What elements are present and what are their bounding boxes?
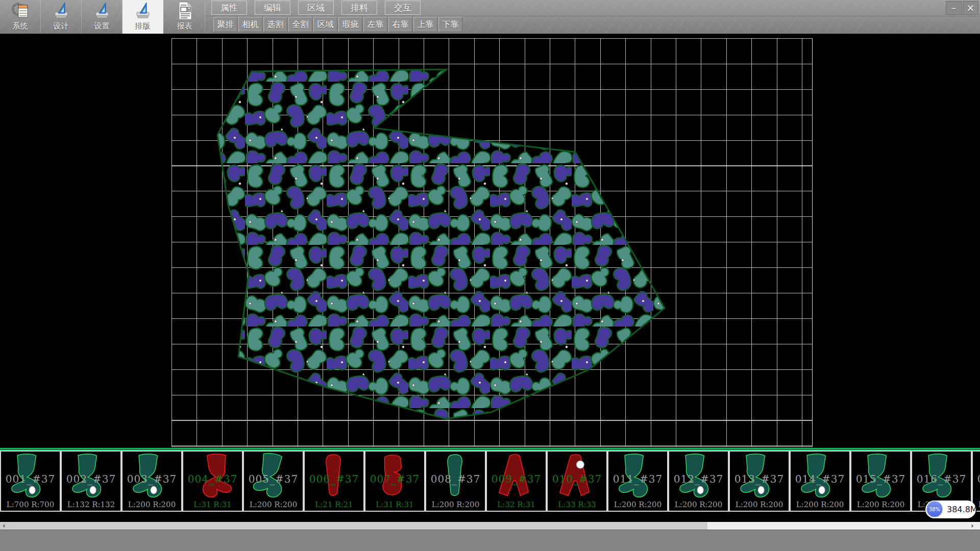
piece-hole bbox=[151, 486, 157, 494]
piece-id-label: 001_#37 bbox=[1, 473, 60, 485]
piece-lr-label: L:200 R:200 bbox=[244, 500, 303, 509]
btn-snap-left[interactable]: 左靠 bbox=[363, 17, 387, 32]
piece-lr-label: L:700 R:700 bbox=[1, 500, 60, 509]
nesting-ruler-icon bbox=[133, 1, 153, 20]
ribbon-button-bar: 聚排 相机 选割 全割 区域 瑕疵 左靠 右靠 上靠 下靠 bbox=[213, 17, 462, 33]
piece-lr-label: L:31 R:31 bbox=[365, 500, 424, 509]
piece-id-label: 005_#37 bbox=[244, 473, 303, 485]
piece-lr-label: L:200 R:200 bbox=[122, 500, 181, 509]
piece-lr-label: L:132 R:132 bbox=[62, 500, 120, 509]
piece-id-label: 017_#37 bbox=[973, 473, 980, 485]
thumb-cell-008_#37[interactable]: 008_#37 L:200 R:200 bbox=[425, 450, 486, 512]
tool-report-button[interactable]: 报表 bbox=[164, 0, 205, 34]
thumb-cell-006_#37[interactable]: 006_#37 L:21 R:21 bbox=[304, 450, 364, 512]
piece-lr-label: L:200 R:200 bbox=[730, 500, 789, 509]
nesting-app-window: 系统 设计 设置 bbox=[0, 0, 980, 551]
piece-id-label: 007_#37 bbox=[365, 473, 424, 485]
piece-id-label: 004_#37 bbox=[183, 473, 242, 485]
piece-id-label: 013_#37 bbox=[730, 473, 789, 485]
btn-snap-bottom[interactable]: 下靠 bbox=[438, 17, 462, 32]
tab-region[interactable]: 区域 bbox=[298, 1, 334, 15]
thumb-cell-009_#37[interactable]: 009_#37 L:32 R:31 bbox=[486, 450, 547, 512]
tool-report-label: 报表 bbox=[177, 20, 192, 32]
thumb-cell-013_#37[interactable]: 013_#37 L:200 R:200 bbox=[729, 450, 790, 512]
piece-id-label: 011_#37 bbox=[608, 473, 667, 485]
piece-id-label: 009_#37 bbox=[487, 473, 546, 485]
memory-percent-circle: 38% bbox=[926, 501, 943, 517]
tab-edit[interactable]: 编辑 bbox=[255, 1, 290, 15]
leather-hide-outline[interactable] bbox=[217, 69, 665, 419]
piece-id-label: 002_#37 bbox=[62, 473, 120, 485]
minimize-button[interactable]: – bbox=[946, 1, 962, 15]
piece-hole bbox=[758, 486, 764, 494]
btn-cut-all[interactable]: 全割 bbox=[288, 17, 312, 32]
settings-ruler-icon bbox=[92, 1, 112, 20]
piece-thumbnail-strip: 001_#37 L:700 R:700 002_#37 L:132 R:132 … bbox=[0, 448, 980, 522]
btn-cluster-nest[interactable]: 聚排 bbox=[213, 17, 237, 32]
horizontal-scrollbar[interactable]: ‹ › bbox=[0, 522, 980, 530]
thumb-cell-003_#37[interactable]: 003_#37 L:200 R:200 bbox=[121, 450, 182, 512]
memory-usage-badge: 38% 384.8M bbox=[925, 500, 976, 518]
leather-hide-layout[interactable] bbox=[0, 34, 980, 448]
btn-camera[interactable]: 相机 bbox=[238, 17, 262, 32]
tool-design-button[interactable]: 设计 bbox=[41, 0, 82, 34]
thumb-cell-011_#37[interactable]: 011_#37 L:200 R:200 bbox=[607, 450, 668, 512]
thumb-cell-005_#37[interactable]: 005_#37 L:200 R:200 bbox=[243, 450, 304, 512]
piece-hole bbox=[29, 486, 35, 494]
piece-id-label: 008_#37 bbox=[426, 473, 485, 485]
memory-value: 384.8M bbox=[947, 500, 977, 518]
piece-id-label: 012_#37 bbox=[669, 473, 728, 485]
piece-lr-label: L:200 R:200 bbox=[791, 500, 849, 509]
piece-lr-label: L:200 R:200 bbox=[669, 500, 728, 509]
btn-defect[interactable]: 瑕疵 bbox=[338, 17, 362, 32]
design-ruler-icon bbox=[52, 1, 71, 20]
piece-hole bbox=[697, 486, 703, 494]
piece-id-label: 014_#37 bbox=[791, 473, 849, 485]
piece-hole bbox=[819, 486, 825, 494]
piece-hole-top bbox=[577, 461, 584, 468]
report-icon bbox=[175, 1, 194, 20]
thumb-cell-012_#37[interactable]: 012_#37 L:200 R:200 bbox=[668, 450, 729, 512]
piece-lr-label: L:200 R:200 bbox=[426, 500, 485, 509]
tool-design-label: 设计 bbox=[54, 20, 69, 32]
thumb-cell-004_#37[interactable]: 004_#37 L:31 R:31 bbox=[182, 450, 243, 512]
scroll-left-icon[interactable]: ‹ bbox=[3, 522, 6, 530]
piece-id-label: 010_#37 bbox=[548, 473, 606, 485]
system-icon bbox=[11, 1, 30, 20]
piece-id-label: 015_#37 bbox=[851, 473, 910, 485]
thumb-cell-010_#37[interactable]: 010_#37 L:33 R:33 bbox=[547, 450, 607, 512]
ribbon-divider bbox=[207, 16, 980, 16]
piece-lr-label: L:33 R:33 bbox=[548, 500, 606, 509]
thumb-cell-002_#37[interactable]: 002_#37 L:132 R:132 bbox=[61, 450, 121, 512]
piece-id-label: 003_#37 bbox=[122, 473, 181, 485]
thumb-cell-015_#37[interactable]: 015_#37 L:200 R:200 bbox=[850, 450, 911, 512]
tab-interactive[interactable]: 交互 bbox=[385, 1, 421, 15]
scrollbar-thumb[interactable] bbox=[0, 522, 707, 530]
piece-lr-label: L:32 R:31 bbox=[487, 500, 546, 509]
scroll-right-icon[interactable]: › bbox=[971, 522, 974, 530]
tool-settings-label: 设置 bbox=[94, 20, 110, 32]
btn-select-cut[interactable]: 选割 bbox=[263, 17, 287, 32]
tool-nesting-label: 排版 bbox=[135, 20, 151, 32]
tool-nesting-button[interactable]: 排版 bbox=[122, 0, 163, 34]
close-button[interactable]: × bbox=[963, 1, 978, 15]
tab-properties[interactable]: 属性 bbox=[211, 1, 247, 15]
thumb-cell-014_#37[interactable]: 014_#37 L:200 R:200 bbox=[790, 450, 850, 512]
memory-percent: 38% bbox=[929, 507, 940, 512]
tool-settings-button[interactable]: 设置 bbox=[82, 0, 122, 34]
thumb-cell-007_#37[interactable]: 007_#37 L:31 R:31 bbox=[364, 450, 425, 512]
piece-id-label: 016_#37 bbox=[912, 473, 971, 485]
piece-lr-label: L:31 R:31 bbox=[183, 500, 242, 509]
nesting-canvas[interactable] bbox=[0, 34, 980, 448]
piece-lr-label: L:200 R:200 bbox=[851, 500, 910, 509]
menu-tab-bar: 属性 编辑 区域 排料 交互 bbox=[211, 1, 421, 16]
btn-snap-right[interactable]: 右靠 bbox=[388, 17, 412, 32]
status-bar bbox=[0, 530, 980, 551]
thumb-cell-001_#37[interactable]: 001_#37 L:700 R:700 bbox=[0, 450, 61, 512]
piece-lr-label: L:200 R:200 bbox=[608, 500, 667, 509]
piece-lr-label: L:21 R:21 bbox=[305, 500, 363, 509]
tool-system-button[interactable]: 系统 bbox=[0, 0, 41, 34]
tab-nesting[interactable]: 排料 bbox=[341, 1, 377, 15]
btn-region[interactable]: 区域 bbox=[313, 17, 337, 32]
btn-snap-top[interactable]: 上靠 bbox=[413, 17, 437, 32]
